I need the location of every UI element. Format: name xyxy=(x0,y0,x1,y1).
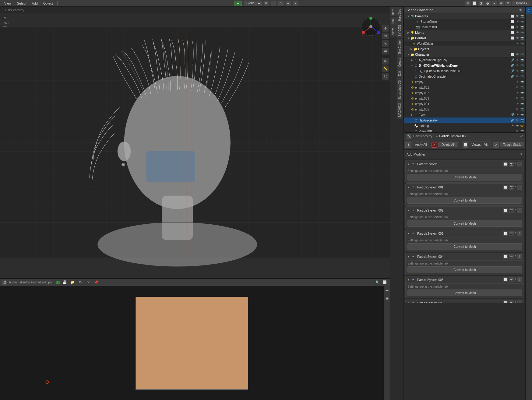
apply-all-btn[interactable]: Apply All xyxy=(412,142,430,147)
objects-arrow[interactable]: ▶ xyxy=(410,47,413,51)
b-hide[interactable]: 👁 xyxy=(515,19,519,24)
hgeo-render[interactable]: 📷 xyxy=(520,118,524,122)
outliner-character-group[interactable]: ▼ 📁 Character ⬜ 👁 📷 xyxy=(404,52,525,57)
e004-hide[interactable]: 👁 xyxy=(515,102,519,106)
cam-render-icon[interactable]: 📷 xyxy=(520,14,524,18)
ctrl-hide[interactable]: 👁 xyxy=(515,36,519,40)
ahp-render[interactable]: 📷 xyxy=(520,58,524,62)
img-move-btn[interactable]: ✛ xyxy=(384,287,390,294)
char-hide[interactable]: 👁 xyxy=(515,52,519,57)
img-close-btn[interactable]: ✕ xyxy=(85,280,91,285)
mod2-render-icon[interactable]: 📷 xyxy=(509,208,514,213)
bhq-render[interactable]: 📷 xyxy=(520,63,524,68)
wo-hide[interactable]: 👁 xyxy=(515,41,519,46)
outliner-camera001[interactable]: 📷 Camera.001 ⬜ 👁 📷 xyxy=(404,24,525,30)
mod1-caret[interactable]: ▾ xyxy=(515,185,516,190)
extra-btn[interactable]: ∿ xyxy=(293,1,298,6)
add-cube-btn[interactable]: ⬡ xyxy=(382,73,389,80)
tab-item[interactable]: Item xyxy=(390,7,397,16)
outliner-empty002[interactable]: ✛ empty.002 👁 📷 xyxy=(404,90,525,96)
modifier-card-1-header[interactable]: ▼ ✦ ParticleSystem.001 ⬜ 📷 ▾ ⋮ xyxy=(406,184,524,191)
meta-hide[interactable]: 👁 xyxy=(510,124,514,128)
mod1-realtime-icon[interactable]: ⬜ xyxy=(503,185,508,190)
transform-btn[interactable]: ⟳ xyxy=(278,1,284,6)
gizmo-btn[interactable]: ⊕ xyxy=(505,1,511,6)
ahp-arrow[interactable]: ▶ xyxy=(410,58,414,62)
transform-tool-btn[interactable]: ⊕ xyxy=(382,48,389,54)
img-copy-btn[interactable]: ⧉ xyxy=(77,280,83,285)
meta-render[interactable]: 📷 xyxy=(515,124,519,128)
mod4-fold[interactable]: ▼ xyxy=(407,255,410,258)
options-button[interactable]: Options ▾ xyxy=(512,1,530,6)
outliner-b-hqchar[interactable]: ▼ ⬡ B_HQCharWithHandsDone 🔗 👁 📷 xyxy=(404,63,525,68)
mod6-caret[interactable]: ▾ xyxy=(515,300,516,303)
mod0-convert-btn[interactable]: Convert to Mesh xyxy=(407,174,522,181)
e003-hide[interactable]: 👁 xyxy=(515,96,519,100)
mod4-menu-icon[interactable]: ⋮ xyxy=(517,254,522,259)
move-tool-btn[interactable]: ✛ xyxy=(382,25,389,32)
mod6-menu-icon[interactable]: ⋮ xyxy=(517,300,522,303)
delete-all-btn[interactable]: Delete All xyxy=(438,142,458,147)
modifier-card-3-header[interactable]: ▼ ✦ ParticleSystem.003 ⬜ 📷 ▾ ⋮ xyxy=(406,230,524,237)
mod2-caret[interactable]: ▾ xyxy=(515,208,516,213)
plane-render[interactable]: 📷 xyxy=(520,129,524,132)
cam-hide-icon[interactable]: 👁 xyxy=(515,14,519,18)
ctrl-render[interactable]: 📷 xyxy=(520,36,524,40)
apply-all-download-icon[interactable]: ⬇ xyxy=(406,142,411,148)
filter-icon[interactable]: ☰ xyxy=(513,8,518,12)
viewport-shading-wire[interactable]: ⬜ xyxy=(472,1,477,6)
overlay-btn[interactable]: ⊛ xyxy=(499,1,504,6)
tab-hardops[interactable]: HardOps xyxy=(397,7,403,23)
mod3-render-icon[interactable]: 📷 xyxy=(509,231,514,236)
lights-render[interactable]: 📷 xyxy=(520,30,524,35)
prop-expand-icon[interactable]: ⤢ xyxy=(520,134,523,138)
char-restrict[interactable]: ⬜ xyxy=(510,52,514,57)
char-arrow[interactable]: ▼ xyxy=(407,53,410,56)
right-tab-0[interactable]: ⬡ xyxy=(526,7,532,14)
mod5-render-icon[interactable]: 📷 xyxy=(509,277,514,282)
outliner-hairgeometry[interactable]: ⬡ HairGeometry 🔗 👁 📷 xyxy=(404,118,525,123)
eyes-link[interactable]: 🔗 xyxy=(510,113,514,117)
dec-link[interactable]: 🔗 xyxy=(510,74,514,79)
scale-tool-btn[interactable]: ⤡ xyxy=(382,40,389,47)
c001-restrict[interactable]: ⬜ xyxy=(510,25,514,29)
mod2-menu-icon[interactable]: ⋮ xyxy=(517,208,522,213)
mod2-fold[interactable]: ▼ xyxy=(407,209,410,212)
modifier-card-0-header[interactable]: ▼ ✦ ParticleSystem ⬜ 📷 ▾ ⋮ xyxy=(406,160,524,168)
mod5-fold[interactable]: ▼ xyxy=(407,279,410,281)
modifier-card-2-header[interactable]: ▼ ✦ ParticleSystem.002 ⬜ 📷 ▾ ⋮ xyxy=(406,207,524,214)
outliner-worldorigin[interactable]: ✛ WorldOrigin 👁 📷 xyxy=(404,41,525,46)
menu-item-view[interactable]: View xyxy=(2,1,14,6)
modifier-card-6-header[interactable]: ▼ ✦ ParticleSystem.006 ⬜ 📷 ▾ ⋮ xyxy=(406,299,524,303)
rotate-tool-btn[interactable]: ↻ xyxy=(382,33,389,39)
annotate-tool-btn[interactable]: ✏ xyxy=(382,58,389,65)
cam-restrict-icon[interactable]: ⬜ xyxy=(510,14,514,18)
mod1-menu-icon[interactable]: ⋮ xyxy=(517,185,522,190)
measure-tool-btn[interactable]: 📏 xyxy=(382,65,389,72)
bhq-link[interactable]: 🔗 xyxy=(510,63,514,68)
viewport-shading-solid[interactable]: ◑ xyxy=(478,1,484,6)
c001-hide[interactable]: 👁 xyxy=(515,25,519,29)
img-view-btn[interactable]: 🔍 xyxy=(375,280,381,285)
e004-render[interactable]: 📷 xyxy=(520,102,524,106)
modifier-card-4-header[interactable]: ▼ ✦ ParticleSystem.004 ⬜ 📷 ▾ ⋮ xyxy=(406,253,524,260)
mod6-realtime-icon[interactable]: ⬜ xyxy=(503,300,508,303)
dec-hide[interactable]: 👁 xyxy=(515,74,519,79)
ctrl-restrict[interactable]: ⬜ xyxy=(510,36,514,40)
viewport-vis-icon[interactable]: ⬜ xyxy=(463,142,468,148)
e001-render[interactable]: 📷 xyxy=(520,85,524,89)
mod3-convert-btn[interactable]: Convert to Mesh xyxy=(407,243,522,250)
mod3-fold[interactable]: ▼ xyxy=(407,232,410,235)
wo-render[interactable]: 📷 xyxy=(520,41,524,46)
outliner-metarig[interactable]: 🦴 metarig 👁 📷 99 xyxy=(404,123,525,128)
tab-substance3d[interactable]: Substance 3D xyxy=(397,78,403,101)
modifier-card-5-header[interactable]: ▼ ✦ ParticleSystem.005 ⬜ 📷 ▾ ⋮ xyxy=(406,276,524,283)
mod3-menu-icon[interactable]: ⋮ xyxy=(517,231,522,236)
mod3-caret[interactable]: ▾ xyxy=(515,231,516,236)
mod2-realtime-icon[interactable]: ⬜ xyxy=(503,208,508,213)
mod3-realtime-icon[interactable]: ⬜ xyxy=(503,231,508,236)
delete-modifier-btn[interactable]: ✕ xyxy=(432,142,437,148)
ahp-link[interactable]: 🔗 xyxy=(510,58,514,62)
cameras-arrow[interactable]: ▼ xyxy=(407,14,410,18)
tab-bygen[interactable]: BY-GEN xyxy=(397,23,403,38)
